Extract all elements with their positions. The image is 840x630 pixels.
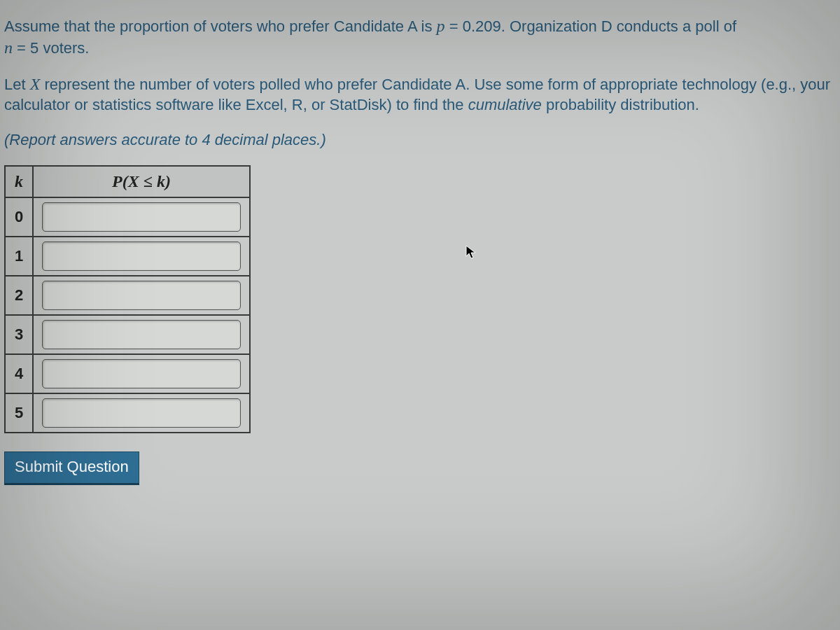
question-instruction: (Report answers accurate to 4 decimal pl…: [4, 130, 836, 150]
header-k: k: [5, 166, 33, 197]
answer-input-5[interactable]: [42, 398, 241, 428]
text-cumulative: cumulative: [468, 96, 542, 113]
answer-cell: [33, 354, 250, 393]
table-row: 5: [5, 393, 250, 433]
answer-cell: [33, 197, 250, 237]
answer-cell: [33, 315, 250, 354]
submit-button[interactable]: Submit Question: [4, 451, 139, 485]
text: Let: [4, 76, 30, 93]
k-value: 1: [5, 237, 33, 276]
answer-cell: [33, 276, 250, 315]
table-row: 2: [5, 276, 250, 315]
text: Assume that the proportion of voters who…: [4, 18, 437, 35]
table-row: 0: [5, 197, 250, 237]
answer-cell: [33, 393, 250, 433]
answer-input-3[interactable]: [42, 320, 241, 349]
math-var-X: X: [30, 75, 41, 93]
header-p: P(X ≤ k): [33, 166, 250, 197]
table-row: 1: [5, 237, 250, 276]
value-p: 0.209: [463, 18, 501, 35]
value-n: 5: [30, 39, 38, 57]
math-var-n: n: [4, 38, 13, 57]
answer-input-4[interactable]: [42, 359, 241, 388]
table-header-row: k P(X ≤ k): [5, 166, 250, 197]
k-value: 3: [5, 315, 33, 354]
k-value: 4: [5, 354, 33, 393]
math-var-p: p: [437, 17, 445, 35]
k-value: 2: [5, 276, 33, 315]
k-value: 5: [5, 393, 33, 433]
table-row: 3: [5, 315, 250, 354]
text: represent the number of voters polled wh…: [4, 76, 830, 113]
answer-cell: [33, 237, 250, 276]
text: voters.: [38, 39, 89, 57]
question-paragraph-1: Assume that the proportion of voters who…: [4, 15, 836, 58]
answer-input-2[interactable]: [42, 281, 241, 310]
table-row: 4: [5, 354, 250, 393]
answer-input-1[interactable]: [42, 241, 241, 271]
question-paragraph-2: Let X represent the number of voters pol…: [4, 74, 836, 115]
text: . Organization D conducts a poll of: [501, 18, 736, 35]
text: probability distribution.: [542, 96, 699, 113]
text: =: [13, 39, 30, 57]
answer-input-0[interactable]: [42, 202, 241, 232]
probability-table: k P(X ≤ k) 0 1 2: [4, 165, 251, 433]
question-body: Assume that the proportion of voters who…: [4, 15, 836, 485]
text: =: [445, 18, 463, 35]
k-value: 0: [5, 197, 33, 237]
